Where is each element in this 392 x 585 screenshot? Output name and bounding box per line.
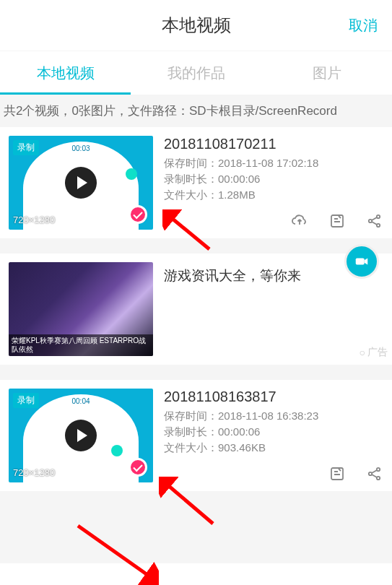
video-info: 20181108163817 保存时间：2018-11-08 16:38:23 …: [164, 389, 383, 482]
share-icon[interactable]: [366, 465, 383, 482]
check-icon: [129, 458, 147, 477]
svg-point-6: [377, 468, 380, 471]
thumb-duration: 00:04: [71, 397, 90, 405]
duration: 录制时长：00:00:06: [164, 425, 383, 439]
svg-point-5: [369, 472, 372, 475]
duration: 录制时长：00:00:06: [164, 173, 383, 186]
resolution-label: 720×1280: [13, 467, 55, 478]
svg-rect-0: [331, 215, 343, 227]
file-size: 文件大小：903.46KB: [164, 441, 383, 455]
resolution-label: 720×1280: [13, 214, 55, 225]
tab-images[interactable]: 图片: [261, 51, 392, 95]
check-icon: [129, 205, 147, 224]
svg-rect-8: [356, 258, 365, 264]
tab-my-works[interactable]: 我的作品: [131, 51, 261, 95]
svg-line-11: [78, 526, 152, 578]
share-icon[interactable]: [366, 212, 383, 230]
rec-dot-icon: [126, 168, 137, 180]
save-time: 保存时间：2018-11-08 17:02:18: [164, 157, 383, 170]
cancel-button[interactable]: 取消: [349, 16, 378, 35]
video-title: 20181108163817: [164, 389, 383, 405]
annotation-arrow-icon: [162, 209, 213, 253]
play-icon[interactable]: [65, 420, 97, 451]
file-size: 文件大小：1.28MB: [164, 188, 383, 202]
page-title: 本地视频: [162, 14, 231, 37]
tab-local-video[interactable]: 本地视频: [0, 51, 131, 95]
video-thumbnail[interactable]: 录制 00:04 720×1280: [9, 389, 153, 482]
edit-icon[interactable]: [328, 465, 346, 482]
ad-title: 游戏资讯大全，等你来: [164, 266, 301, 285]
ad-thumbnail[interactable]: 荣耀KPL秋季赛第八周回顾 ESTARPRO战队依然: [9, 262, 153, 356]
record-badge: 录制: [13, 393, 39, 408]
ad-item[interactable]: 荣耀KPL秋季赛第八周回顾 ESTARPRO战队依然 游戏资讯大全，等你来 ○广…: [0, 254, 392, 365]
save-time: 保存时间：2018-11-08 16:38:23: [164, 410, 383, 423]
video-thumbnail[interactable]: 录制 00:03 720×1280: [9, 136, 153, 230]
svg-point-7: [377, 477, 380, 480]
svg-line-9: [168, 215, 209, 249]
bottom-bar: [0, 563, 392, 585]
annotation-arrow-icon: [72, 520, 159, 585]
ad-caption: 荣耀KPL秋季赛第八周回顾 ESTARPRO战队依然: [9, 334, 153, 356]
camera-icon: [354, 254, 370, 269]
svg-rect-4: [331, 468, 343, 480]
record-fab[interactable]: [344, 244, 379, 279]
rec-dot-icon: [111, 445, 123, 456]
tabs: 本地视频 我的作品 图片: [0, 51, 392, 95]
svg-point-1: [369, 220, 372, 222]
annotation-arrow-icon: [159, 477, 217, 527]
record-badge: 录制: [13, 140, 39, 155]
svg-point-2: [377, 215, 380, 218]
status-bar: 共2个视频，0张图片，文件路径：SD卡根目录/ScreenRecord: [0, 95, 392, 127]
video-title: 20181108170211: [164, 136, 383, 152]
header: 本地视频 取消: [0, 0, 392, 51]
svg-line-10: [165, 482, 213, 524]
svg-point-3: [377, 224, 380, 227]
edit-icon[interactable]: [328, 212, 346, 230]
play-icon[interactable]: [65, 167, 97, 199]
video-item[interactable]: 录制 00:04 720×1280 20181108163817 保存时间：20…: [0, 380, 392, 491]
thumb-duration: 00:03: [71, 144, 90, 152]
ad-label: ○广告: [360, 346, 388, 359]
cloud-upload-icon[interactable]: [291, 212, 308, 230]
